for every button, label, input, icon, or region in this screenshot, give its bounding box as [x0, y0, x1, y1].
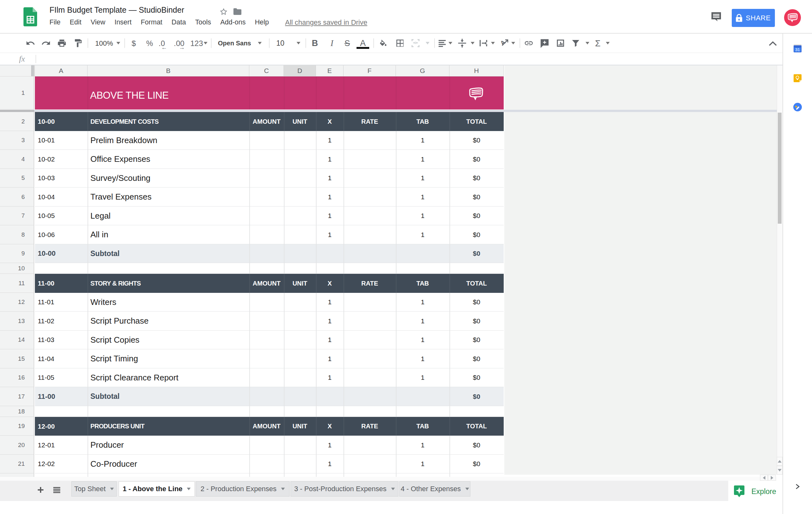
- svg-text:31: 31: [795, 47, 800, 52]
